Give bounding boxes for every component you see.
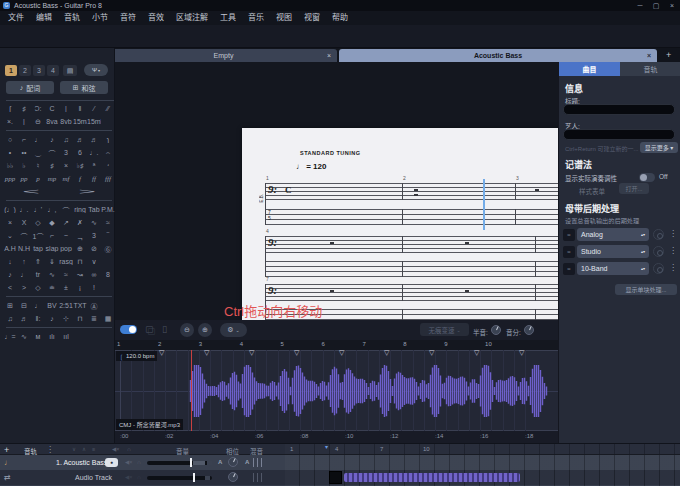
tab-acoustic-bass[interactable]: Acoustic Bass × [339,49,657,62]
palette-symbol[interactable]: ∨ [87,258,101,266]
palette-symbol[interactable]: ring [73,206,87,213]
processor-menu-icon[interactable]: ⋮ [669,263,677,272]
open-stylesheet-button[interactable]: 打开... [619,183,649,194]
palette-symbol[interactable]: ‿ [31,149,45,157]
palette-symbol[interactable]: TXT [73,302,87,309]
menu-item-区域注解[interactable]: 区域注解 [170,11,214,25]
voice-button-1[interactable]: 1 [5,65,17,76]
palette-symbol[interactable]: ↝ [73,271,87,279]
voice-button-3[interactable]: 3 [33,65,45,76]
palette-symbol[interactable]: Tab [87,206,101,213]
palette-hairpin[interactable]: > [59,188,115,195]
palette-symbol[interactable]: slap [45,245,59,252]
palette-symbol[interactable]: ♯ [45,162,59,169]
palette-symbol[interactable]: ff [87,175,101,183]
measure-ruler[interactable]: 12345678910 [115,340,558,350]
processor-select[interactable]: Studio▴▾ [577,245,649,258]
palette-symbol[interactable]: ‖: [31,315,45,322]
palette-symbol[interactable]: ‾ [101,232,115,239]
lyrics-button[interactable]: ♪配词 [6,81,54,94]
sync-marker-icon[interactable]: ▽ [159,349,164,356]
palette-symbol[interactable]: ∿ [87,219,101,227]
palette-symbol[interactable]: ♪ [45,315,59,322]
sync-marker-icon[interactable]: ▽ [384,349,389,356]
palette-symbol[interactable]: ‖ [73,105,87,112]
palette-symbol[interactable]: 15ma [73,118,87,125]
sync-marker-icon[interactable]: ▽ [519,349,524,356]
palette-symbol[interactable]: ≈ [101,219,115,226]
palette-symbol[interactable]: ×. [3,118,17,125]
palette-symbol[interactable]: pop [59,245,73,252]
palette-symbol[interactable]: 3 [59,149,73,156]
menu-item-音效[interactable]: 音效 [142,11,170,25]
tab-fret-number[interactable]: 5 [268,216,271,221]
palette-symbol[interactable]: ○ [3,136,17,143]
palette-symbol[interactable]: Ⓐ [87,301,101,311]
palette-symbol[interactable]: ▦ [101,315,115,323]
palette-symbol[interactable]: Ɔ: [31,105,45,112]
power-icon[interactable] [653,263,664,274]
palette-hairpin[interactable]: < [3,188,59,195]
palette-symbol[interactable]: ♩ [31,302,45,309]
palette-symbol[interactable]: ⌒ [59,205,73,215]
palette-symbol[interactable]: P.M. [101,206,115,213]
menu-item-文件[interactable]: 文件 [2,11,30,25]
tab-empty-close-icon[interactable]: × [327,49,331,62]
palette-symbol[interactable]: < [3,284,17,291]
palette-symbol[interactable]: ♭♭ [3,162,17,170]
palette-symbol[interactable]: ↓ [3,258,17,265]
audio-playhead[interactable] [191,350,192,431]
minimize-button[interactable]: ─ [632,0,648,11]
palette-symbol[interactable]: ♩. [87,149,101,156]
stretch-mode-select[interactable]: 无痕变速⌄ [420,323,469,336]
sync-marker-icon[interactable]: ▽ [204,349,209,356]
palette-symbol[interactable]: ⊕ [73,245,87,253]
palette-symbol[interactable]: ± [59,284,73,291]
palette-symbol[interactable]: 1⌒ [31,231,45,241]
palette-symbol[interactable]: ♬ [73,136,87,143]
expand-icon[interactable]: ∧ [82,446,86,452]
palette-symbol[interactable]: tr [31,271,45,278]
show-more-button[interactable]: 显示更多 ▾ [640,142,678,153]
palette-symbol[interactable]: ≈ [59,271,73,278]
palette-symbol[interactable]: 8 [101,271,115,278]
visibility-eye-icon[interactable]: ● [105,458,118,467]
palette-symbol[interactable]: ∞ [87,271,101,278]
pan-knob[interactable] [228,457,238,467]
multivoice-button[interactable]: ▤ [63,65,77,76]
palette-symbol[interactable]: ↗ [59,219,73,227]
palette-symbol[interactable]: ⊖ [31,118,45,126]
sync-marker-icon[interactable]: ▽ [339,349,344,356]
audio-settings-button[interactable]: ⚙⌄ [220,323,247,337]
palette-symbol[interactable]: > [17,284,31,291]
palette-symbol[interactable]: ⊟ [17,302,31,310]
tab-acoustic-bass-close-icon[interactable]: × [647,49,651,62]
palette-symbol[interactable]: tap [31,245,45,252]
palette-symbol[interactable]: ⇑ [31,258,45,266]
palette-symbol[interactable]: ♬ [87,136,101,143]
volume-slider-handle[interactable] [193,473,195,482]
volume-slider[interactable] [147,476,212,480]
palette-symbol[interactable]: ! [87,284,101,291]
palette-symbol[interactable]: ⌐ [45,232,59,239]
menu-item-编辑[interactable]: 编辑 [30,11,58,25]
solo-all-icon[interactable]: ∩ [127,446,131,452]
mute-all-icon[interactable]: ◀× [112,446,119,452]
volume-slider-handle[interactable] [190,458,192,467]
palette-symbol[interactable]: ª [87,162,101,169]
palette-symbol[interactable]: (♩) [3,206,17,213]
palette-symbol[interactable]: ∿ [17,333,31,341]
palette-symbol[interactable]: ⌄ [3,232,17,240]
power-icon[interactable] [653,229,664,240]
palette-symbol[interactable]: p [31,175,45,183]
palette-symbol[interactable]: N.H [17,245,31,252]
sync-marker-icon[interactable]: ▽ [429,349,434,356]
menu-item-小节[interactable]: 小节 [86,11,114,25]
palette-symbol[interactable]: ♩ [17,271,31,278]
palette-symbol[interactable]: mf [59,175,73,183]
close-button[interactable]: × [664,0,680,11]
palette-symbol[interactable]: ılı [45,333,59,340]
palette-symbol[interactable]: ↑ [17,258,31,265]
palette-symbol[interactable]: ♪ [3,271,17,278]
palette-symbol[interactable]: fff [101,175,115,183]
